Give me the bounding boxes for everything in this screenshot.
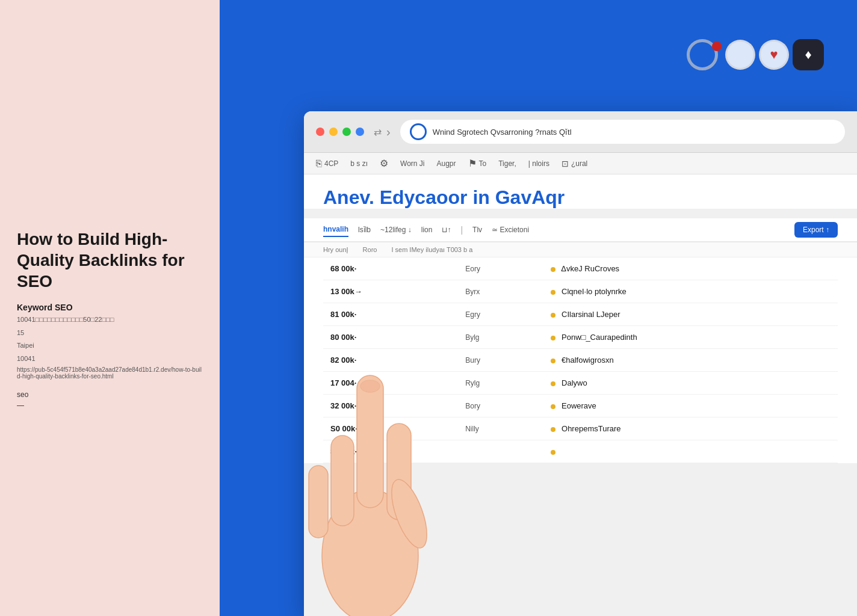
volume-cell: 17 004· [323, 372, 458, 395]
table-row[interactable]: 81 00k· Egry CIlarsinal LJeper [323, 303, 838, 326]
toolbar-label-8: | nloirs [528, 159, 549, 168]
keyword-cell: ClqneI·lo ptolynrke [543, 280, 838, 303]
toolbar-label-2: b s zı [350, 159, 368, 168]
sidebar: How to Build High-Quality Backlinks for … [0, 0, 220, 616]
toolbar-icon-9: ⊡ [562, 159, 569, 168]
volume-cell: 68 00k· [323, 257, 458, 280]
sidebar-url: https://pub-5c454f571b8e40a3a2aad27ade84… [17, 366, 203, 380]
toolbar-icon-3: ⚙ [380, 158, 388, 169]
table-subheader: Hry ounĮ Roro I sem IMey iludyaı T003 b … [304, 242, 857, 257]
volume-cell: 82 00k· [323, 349, 458, 372]
col2-cell: Byrx [458, 280, 543, 303]
col2-cell: Eory [458, 257, 543, 280]
subheader-3: I sem IMey iludyaı T003 b a [391, 246, 472, 253]
meta-id: 10041 [17, 354, 203, 365]
subnav-item-5[interactable]: ⊔↑ [442, 223, 451, 236]
back-icon[interactable]: ⇄ [374, 126, 382, 138]
table-row[interactable]: 13 00k→ Byrx ClqneI·lo ptolynrke [323, 280, 838, 303]
table-row[interactable]: 80 00k· Bylg Ponw□_Caurapedinth [323, 326, 838, 349]
subnav-item-8[interactable]: ≃ Excietoni [492, 223, 529, 236]
dark-icon: ♦ [793, 39, 824, 70]
col2-cell: Bury [458, 349, 543, 372]
heading-suffix: in GavAqr [472, 186, 565, 208]
subnav-item-3[interactable]: ~12lifeg ↓ [380, 223, 412, 236]
volume-cell: S0 00k· [323, 417, 458, 440]
toolbar-item-3[interactable]: ⚙ [380, 158, 388, 169]
page-title: How to Build High-Quality Backlinks for … [17, 229, 203, 292]
sub-nav: hnvalih lsǐlb ~12lifeg ↓ lion ⊔↑ | Tlv ≃… [304, 218, 857, 242]
sidebar-tag: seo [17, 390, 203, 399]
keyword-cell: Eowerave [543, 395, 838, 417]
table-row[interactable]: S0 00k· Nilly OhrepemsTurare [323, 417, 838, 440]
table-row[interactable]: 17 004· Rylg Dalywo [323, 372, 838, 395]
export-button[interactable]: Export ↑ [794, 222, 838, 238]
heading-blue: Edycaoor [380, 186, 468, 208]
meta-city: Taipei [17, 340, 203, 351]
minimize-button[interactable] [329, 128, 338, 136]
toolbar-item-6[interactable]: ⚑ To [468, 158, 487, 169]
volume-cell: 32 00k· [323, 395, 458, 417]
sidebar-tag2: — [17, 401, 203, 410]
col2-cell [458, 440, 543, 463]
subnav-item-7[interactable]: Tlv [472, 223, 482, 236]
toolbar-label-9: ¿ural [571, 159, 587, 168]
traffic-lights [316, 128, 364, 136]
subnav-item-4[interactable]: lion [421, 223, 433, 236]
keyword-cell: OhrepemsTurare [543, 417, 838, 440]
toolbar-label-1: 4CP [324, 159, 338, 168]
subnav-item-6[interactable]: | [460, 223, 463, 237]
col2-cell: Bory [458, 395, 543, 417]
address-bar[interactable]: Wnind Sgrotech Qvsarroning ?rnats Qǐtl [400, 120, 845, 144]
heading-black: Anev. [323, 186, 374, 208]
red-dot-icon [712, 42, 722, 51]
toolbar-item-7[interactable]: Tiger, [498, 159, 516, 168]
nav-buttons: ⇄ › [374, 125, 391, 139]
main-area: ♥ ♦ ⇄ › Wnind Sgrotech Qvsarroning ?rnat… [220, 0, 857, 616]
page-title-area: Anev. Edycaoor in GavAqr [304, 174, 857, 209]
address-text: Wnind Sgrotech Qvsarroning ?rnats Qǐtl [433, 128, 572, 137]
subheader-2: Roro [363, 246, 377, 253]
browser-window: ⇄ › Wnind Sgrotech Qvsarroning ?rnats Qǐ… [304, 111, 857, 616]
data-table: 68 00k· Eory ΔvkeJ RuCroves 13 00k→ Byrx… [323, 257, 838, 463]
toolbar-item-2[interactable]: b s zı [350, 159, 368, 168]
extra-button[interactable] [356, 128, 364, 136]
col2-cell: Rylg [458, 372, 543, 395]
toolbar-item-4[interactable]: Worn Ji [400, 159, 424, 168]
keyword-label: Keyword SEO [17, 303, 203, 312]
volume-cell: 8F 00k· [323, 440, 458, 463]
forward-icon[interactable]: › [386, 125, 391, 139]
browser-toolbar: ⎘ 4CP b s zı ⚙ Worn Ji Augpr ⚑ To Tiger, [304, 153, 857, 174]
browser-chrome: ⇄ › Wnind Sgrotech Qvsarroning ?rnats Qǐ… [304, 111, 857, 153]
keyword-cell: ΔvkeJ RuCroves [543, 257, 838, 280]
data-table-container: 68 00k· Eory ΔvkeJ RuCroves 13 00k→ Byrx… [304, 257, 857, 463]
toolbar-item-8[interactable]: | nloirs [528, 159, 549, 168]
toolbar-label-7: Tiger, [498, 159, 516, 168]
maximize-button[interactable] [342, 128, 351, 136]
keyword-cell: Dalywo [543, 372, 838, 395]
volume-cell: 13 00k→ [323, 280, 458, 303]
toolbar-icon-6: ⚑ [468, 158, 477, 169]
toolbar-item-9[interactable]: ⊡ ¿ural [562, 159, 587, 168]
browser-icons-row: ♥ ♦ [687, 39, 824, 70]
page-heading: Anev. Edycaoor in GavAqr [323, 186, 838, 209]
close-button[interactable] [316, 128, 324, 136]
subnav-item-2[interactable]: lsǐlb [358, 223, 371, 236]
col2-cell: Egry [458, 303, 543, 326]
toolbar-icon-1: ⎘ [316, 158, 322, 169]
table-row[interactable]: 32 00k· Bory Eowerave [323, 395, 838, 417]
keyword-cell: €halfowigrosxn [543, 349, 838, 372]
keyword-cell [543, 440, 838, 463]
heart-icon: ♥ [759, 40, 789, 70]
meta-line2: 15 [17, 328, 203, 339]
toolbar-item-1[interactable]: ⎘ 4CP [316, 158, 338, 169]
browser-icon-2 [725, 40, 755, 70]
col2-cell: Nilly [458, 417, 543, 440]
subnav-item-1[interactable]: hnvalih [323, 223, 348, 237]
meta-line1: 10041□□□□□□□□□□□□50□22□□□ [17, 315, 203, 325]
volume-cell: 81 00k· [323, 303, 458, 326]
subheader-1: Hry ounĮ [323, 246, 348, 253]
toolbar-item-5[interactable]: Augpr [436, 159, 456, 168]
table-row[interactable]: 82 00k· Bury €halfowigrosxn [323, 349, 838, 372]
table-row[interactable]: 8F 00k· [323, 440, 838, 463]
table-row[interactable]: 68 00k· Eory ΔvkeJ RuCroves [323, 257, 838, 280]
